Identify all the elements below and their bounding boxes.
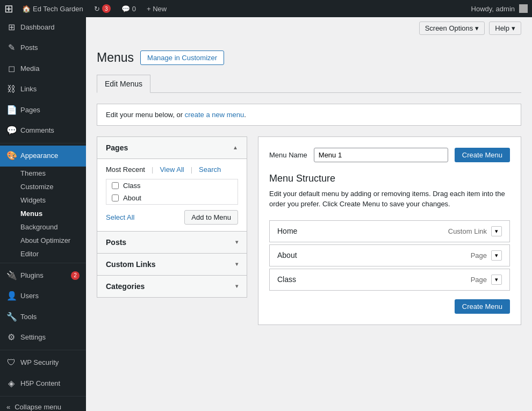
- posts-chevron-down-icon: ▾: [235, 239, 238, 245]
- info-text: Edit your menu below, or: [106, 111, 185, 119]
- wp-logo-icon[interactable]: ⊞: [4, 2, 13, 15]
- menu-structure-desc: Edit your default menu by adding or remo…: [269, 189, 510, 210]
- submenu-customize[interactable]: Customize: [0, 180, 86, 193]
- menu-item-class-expand-button[interactable]: ▾: [491, 275, 502, 285]
- tab-view-all[interactable]: View All: [160, 165, 184, 174]
- sidebar-item-plugins[interactable]: 🔌 Plugins 2: [0, 265, 86, 286]
- sidebar-item-label: Appearance: [20, 151, 58, 161]
- page-class-checkbox[interactable]: [112, 182, 119, 189]
- nav-tab-wrapper: Edit Menus: [97, 75, 521, 93]
- screen-options-chevron-icon: ▾: [475, 24, 479, 32]
- custom-links-chevron-down-icon: ▾: [235, 261, 238, 267]
- sidebar-item-wp-security[interactable]: 🛡 WP Security: [0, 352, 86, 373]
- sidebar-item-pages[interactable]: 📄 Pages: [0, 100, 86, 120]
- select-all-link[interactable]: Select All: [106, 213, 134, 221]
- page-class-label[interactable]: Class: [123, 182, 141, 190]
- posts-accordion-header[interactable]: Posts ▾: [97, 232, 247, 253]
- tab-search[interactable]: Search: [199, 165, 221, 174]
- menu-item-home-label: Home: [277, 227, 297, 235]
- page-title-area: Menus Manage in Customizer: [97, 50, 521, 66]
- sidebar-item-label: Settings: [20, 333, 46, 342]
- menu-item-home-expand-button[interactable]: ▾: [491, 226, 502, 236]
- sidebar-item-label: Posts: [20, 43, 38, 53]
- sidebar-item-h5p[interactable]: ◈ H5P Content: [0, 373, 86, 394]
- admin-sidebar: ⊞ Dashboard ✎ Posts ◻ Media ⛓ Links 📄 Pa…: [0, 17, 86, 411]
- menu-footer: Create Menu: [269, 299, 510, 314]
- sidebar-item-comments[interactable]: 💬 Comments: [0, 120, 86, 141]
- categories-accordion: Categories ▾: [97, 276, 247, 298]
- pages-accordion-header[interactable]: Pages ▲: [97, 137, 247, 158]
- posts-icon: ✎: [6, 42, 16, 54]
- menu-item-class-type: Page: [471, 276, 487, 284]
- adminbar-comments[interactable]: 💬 0: [119, 5, 138, 13]
- sidebar-item-label: Links: [20, 84, 37, 94]
- menu-item-class[interactable]: Class Page ▾: [269, 269, 510, 291]
- help-chevron-icon: ▾: [512, 24, 515, 32]
- adminbar-updates[interactable]: ↻ 3: [92, 4, 113, 13]
- collapse-label: Collapse menu: [15, 403, 61, 411]
- sidebar-item-links[interactable]: ⛓ Links: [0, 79, 86, 99]
- adminbar-howdy: Howdy, admin: [471, 5, 515, 13]
- pages-chevron-up-icon: ▲: [233, 145, 238, 150]
- security-icon: 🛡: [6, 357, 16, 369]
- sidebar-item-label: H5P Content: [20, 379, 60, 388]
- admin-avatar: [519, 4, 528, 13]
- submenu-widgets[interactable]: Widgets: [0, 193, 86, 207]
- admin-bar: ⊞ 🏠 Ed Tech Garden ↻ 3 💬 0 + New Howdy, …: [0, 0, 532, 17]
- adminbar-site-name[interactable]: 🏠 Ed Tech Garden: [20, 5, 85, 13]
- menu-item-about-expand-button[interactable]: ▾: [491, 250, 502, 261]
- sidebar-item-users[interactable]: 👤 Users: [0, 286, 86, 306]
- sidebar-item-settings[interactable]: ⚙ Settings: [0, 327, 86, 348]
- menu-item-about[interactable]: About Page ▾: [269, 244, 510, 266]
- right-column: Menu Name Create Menu Menu Structure Edi…: [258, 136, 521, 325]
- help-button[interactable]: Help ▾: [489, 21, 521, 35]
- menu-item-class-right: Page ▾: [471, 275, 502, 285]
- comments-icon: 💬: [6, 125, 16, 136]
- sidebar-item-media[interactable]: ◻ Media: [0, 59, 86, 79]
- submenu-editor[interactable]: Editor: [0, 247, 86, 261]
- menu-item-home[interactable]: Home Custom Link ▾: [269, 220, 510, 242]
- create-menu-bottom-button[interactable]: Create Menu: [455, 299, 510, 314]
- plugins-badge: 2: [71, 271, 80, 280]
- menu-name-label: Menu Name: [269, 151, 307, 159]
- adminbar-new[interactable]: + New: [145, 5, 169, 13]
- screen-options-button[interactable]: Screen Options ▾: [419, 21, 485, 35]
- menu-item-about-label: About: [277, 251, 297, 259]
- manage-customizer-button[interactable]: Manage in Customizer: [140, 51, 224, 65]
- sidebar-item-appearance[interactable]: 🎨 Appearance: [0, 146, 86, 166]
- sidebar-item-label: Comments: [20, 126, 54, 135]
- list-item: Class: [106, 179, 238, 192]
- sidebar-item-tools[interactable]: 🔧 Tools: [0, 307, 86, 327]
- pages-filter-tabs: Most Recent | View All | Search: [106, 165, 238, 174]
- plugins-icon: 🔌: [6, 270, 16, 282]
- sidebar-item-posts[interactable]: ✎ Posts: [0, 38, 86, 58]
- tab-edit-menus[interactable]: Edit Menus: [97, 75, 150, 93]
- submenu-themes[interactable]: Themes: [0, 167, 86, 180]
- create-new-menu-link[interactable]: create a new menu: [185, 111, 245, 119]
- collapse-menu-button[interactable]: « Collapse menu: [0, 399, 86, 411]
- submenu-background[interactable]: Background: [0, 220, 86, 234]
- categories-accordion-header[interactable]: Categories ▾: [97, 276, 247, 297]
- sidebar-item-label: Pages: [20, 105, 40, 115]
- info-text-end: .: [244, 111, 246, 119]
- appearance-icon: 🎨: [6, 150, 16, 162]
- menu-item-about-type: Page: [471, 251, 487, 259]
- submenu-about-optimizer[interactable]: About Optimizer: [0, 234, 86, 247]
- collapse-arrow-icon: «: [6, 403, 10, 411]
- menu-name-row: Menu Name Create Menu: [269, 148, 510, 162]
- h5p-icon: ◈: [6, 378, 16, 390]
- create-menu-top-button[interactable]: Create Menu: [455, 148, 510, 162]
- tab-most-recent[interactable]: Most Recent: [106, 165, 145, 174]
- sidebar-item-label: Dashboard: [20, 23, 55, 32]
- list-item: About: [106, 192, 238, 204]
- page-about-checkbox[interactable]: [112, 194, 119, 201]
- custom-links-accordion-header[interactable]: Custom Links ▾: [97, 254, 247, 275]
- pages-accordion-title: Pages: [106, 143, 128, 152]
- sidebar-item-label: WP Security: [20, 358, 59, 367]
- menu-name-input[interactable]: [314, 148, 448, 162]
- add-to-menu-button[interactable]: Add to Menu: [184, 210, 238, 225]
- page-about-label[interactable]: About: [123, 194, 141, 202]
- sidebar-item-dashboard[interactable]: ⊞ Dashboard: [0, 17, 86, 38]
- posts-accordion: Posts ▾: [97, 232, 247, 254]
- submenu-menus[interactable]: Menus: [0, 207, 86, 220]
